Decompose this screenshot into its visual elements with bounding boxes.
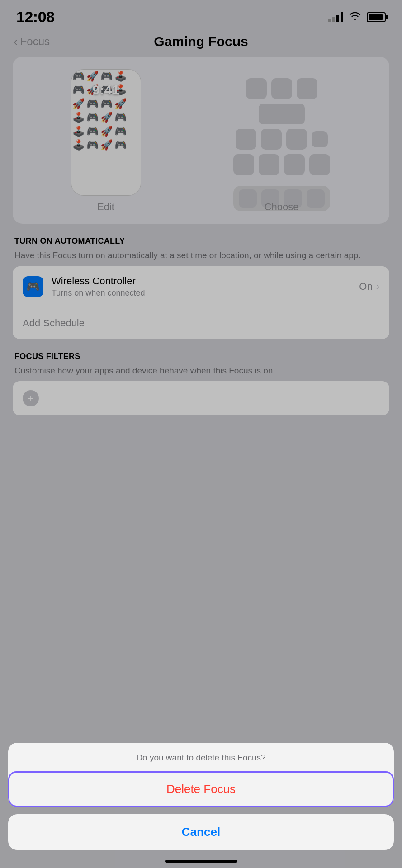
home-indicator: [165, 860, 237, 863]
delete-focus-button-wrapper: Delete Focus: [8, 771, 394, 807]
modal-backdrop: [0, 0, 402, 868]
action-sheet-group: Do you want to delete this Focus? Delete…: [8, 743, 394, 807]
cancel-button[interactable]: Cancel: [8, 814, 394, 850]
cancel-button-group: Cancel: [8, 814, 394, 850]
action-sheet-message: Do you want to delete this Focus?: [8, 743, 394, 771]
action-sheet-container: Do you want to delete this Focus? Delete…: [0, 743, 402, 868]
delete-focus-button[interactable]: Delete Focus: [8, 771, 394, 807]
